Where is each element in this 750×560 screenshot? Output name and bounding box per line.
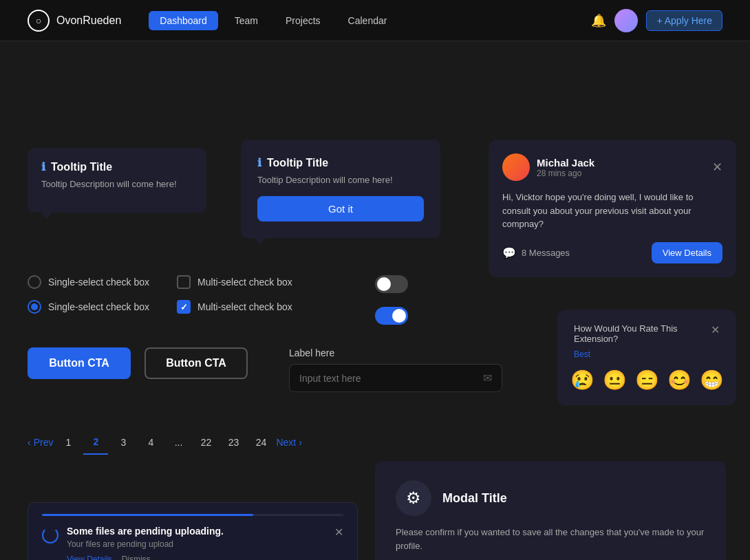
chevron-right-icon: › bbox=[299, 437, 302, 448]
rating-emojis: 😢 😐 😑 😊 😁 bbox=[574, 369, 720, 391]
input-section: Label here ✉ bbox=[289, 347, 502, 392]
modal-icon-wrap: ⚙ bbox=[396, 480, 431, 516]
gear-icon: ⚙ bbox=[406, 488, 421, 508]
info-icon-large: ℹ bbox=[257, 156, 261, 169]
message-header: Michal Jack 28 mins ago ✕ bbox=[502, 153, 722, 181]
input-wrap: ✉ bbox=[289, 364, 502, 392]
page-2[interactable]: 2 bbox=[83, 430, 108, 455]
chevron-left-icon: ‹ bbox=[28, 437, 31, 448]
next-label: Next bbox=[276, 437, 296, 448]
upload-dismiss[interactable]: Dismiss bbox=[122, 554, 151, 560]
logo-text: OvonRueden bbox=[56, 14, 121, 27]
got-it-button[interactable]: Got it bbox=[257, 196, 424, 222]
primary-button[interactable]: Button CTA bbox=[28, 347, 131, 379]
radio-inner bbox=[31, 303, 38, 310]
message-text: Hi, Vicktor hope you're doing well, I wo… bbox=[502, 191, 722, 231]
upload-progress-bar bbox=[42, 514, 343, 516]
message-close-icon[interactable]: ✕ bbox=[712, 160, 722, 175]
chat-icon: 💬 bbox=[502, 246, 516, 259]
page-1[interactable]: 1 bbox=[56, 430, 81, 455]
modal-description: Please confirm if you wanted to save all… bbox=[396, 526, 705, 552]
upload-subtitle: Your files are pending upload bbox=[67, 539, 326, 549]
check-mark-icon: ✓ bbox=[180, 302, 188, 312]
checkbox-box-checked: ✓ bbox=[177, 300, 191, 314]
message-time: 28 mins ago bbox=[537, 169, 594, 178]
emoji-3[interactable]: 😑 bbox=[635, 369, 659, 391]
tooltip-large-title: Tooltip Title bbox=[267, 157, 328, 169]
modal-header: ⚙ Modal Title bbox=[396, 480, 705, 516]
toggles-section bbox=[375, 275, 408, 325]
tooltip-small-desc: Tooltip Description will come here! bbox=[41, 179, 193, 189]
message-count: 💬 8 Messages bbox=[502, 246, 570, 259]
toggle-on-wrap bbox=[375, 307, 408, 325]
nav-calendar[interactable]: Calendar bbox=[337, 11, 398, 30]
bell-icon[interactable]: 🔔 bbox=[591, 13, 606, 28]
text-input[interactable] bbox=[299, 373, 483, 384]
message-card: Michal Jack 28 mins ago ✕ Hi, Vicktor ho… bbox=[489, 140, 736, 277]
apply-button[interactable]: + Apply Here bbox=[646, 10, 722, 31]
radio-unselected-label: Single-select check box bbox=[48, 277, 149, 288]
radio-selected[interactable]: Single-select check box bbox=[28, 300, 149, 314]
modal-title: Modal Title bbox=[442, 491, 507, 506]
checkbox-unchecked[interactable]: Multi-select check box bbox=[177, 275, 292, 289]
nav-right: 🔔 + Apply Here bbox=[591, 9, 722, 32]
nav-dashboard[interactable]: Dashboard bbox=[149, 11, 218, 30]
radio-outer-unselected bbox=[28, 275, 41, 289]
checkbox-box-unchecked bbox=[177, 275, 191, 289]
controls-section: Single-select check box Multi-select che… bbox=[28, 275, 292, 314]
info-icon-small: ℹ bbox=[41, 160, 45, 173]
logo: ○ OvonRueden bbox=[28, 10, 121, 32]
page-24[interactable]: 24 bbox=[248, 430, 273, 455]
page-23[interactable]: 23 bbox=[221, 430, 246, 455]
tooltip-large: ℹ Tooltip Title Tooltip Description will… bbox=[241, 140, 440, 238]
nav-team[interactable]: Team bbox=[224, 11, 269, 30]
page-4[interactable]: 4 bbox=[138, 430, 163, 455]
checkbox-unchecked-label: Multi-select check box bbox=[197, 277, 292, 288]
pagination: ‹ Prev 1 2 3 4 ... 22 23 24 Next › bbox=[28, 430, 302, 455]
tooltip-small-title: Tooltip Title bbox=[51, 161, 112, 173]
prev-button[interactable]: ‹ Prev bbox=[28, 437, 53, 448]
page-22[interactable]: 22 bbox=[193, 430, 218, 455]
input-label: Label here bbox=[289, 347, 502, 358]
message-avatar bbox=[502, 153, 530, 181]
radio-unselected[interactable]: Single-select check box bbox=[28, 275, 149, 289]
buttons-section: Button CTA Button CTA bbox=[28, 347, 248, 379]
upload-close-icon[interactable]: ✕ bbox=[334, 526, 343, 539]
emoji-5[interactable]: 😁 bbox=[700, 369, 724, 391]
upload-text: Some files are pending uploading. Your f… bbox=[67, 526, 326, 560]
upload-banner: Some files are pending uploading. Your f… bbox=[28, 502, 358, 560]
modal-card: ⚙ Modal Title Please confirm if you want… bbox=[375, 461, 726, 560]
tooltip-small: ℹ Tooltip Title Tooltip Description will… bbox=[28, 148, 206, 213]
tooltip-large-title-row: ℹ Tooltip Title bbox=[257, 156, 424, 169]
tooltip-small-title-row: ℹ Tooltip Title bbox=[41, 160, 193, 173]
nav-links: Dashboard Team Projects Calendar bbox=[149, 11, 591, 30]
nav-projects[interactable]: Projects bbox=[275, 11, 332, 30]
upload-view-details[interactable]: View Details bbox=[67, 554, 112, 560]
page-ellipsis: ... bbox=[166, 430, 191, 455]
checkbox-checked-label: Multi-select check box bbox=[197, 301, 292, 312]
message-count-text: 8 Messages bbox=[522, 248, 570, 258]
toggle-knob-on bbox=[392, 309, 406, 323]
avatar[interactable] bbox=[614, 9, 638, 32]
emoji-2[interactable]: 😐 bbox=[603, 369, 627, 391]
message-sender-name: Michal Jack bbox=[537, 157, 594, 169]
radio-outer-selected bbox=[28, 300, 41, 314]
radio-selected-label: Single-select check box bbox=[48, 301, 149, 312]
toggle-on[interactable] bbox=[375, 307, 408, 325]
emoji-1[interactable]: 😢 bbox=[570, 369, 594, 391]
rating-close-icon[interactable]: ✕ bbox=[711, 323, 720, 336]
toggle-off[interactable] bbox=[375, 275, 408, 293]
emoji-4[interactable]: 😊 bbox=[667, 369, 692, 391]
checkbox-checked[interactable]: ✓ Multi-select check box bbox=[177, 300, 292, 314]
tooltip-large-desc: Tooltip Description will come here! bbox=[257, 175, 424, 185]
next-button[interactable]: Next › bbox=[276, 437, 301, 448]
upload-progress-fill bbox=[42, 514, 253, 516]
prev-label: Prev bbox=[34, 437, 54, 448]
message-meta: Michal Jack 28 mins ago bbox=[537, 157, 594, 178]
outline-button[interactable]: Button CTA bbox=[144, 347, 248, 379]
navbar: ○ OvonRueden Dashboard Team Projects Cal… bbox=[0, 0, 750, 41]
rating-title: How Would You Rate This Extension? bbox=[574, 323, 720, 344]
rating-best-label: Best bbox=[574, 349, 720, 359]
page-3[interactable]: 3 bbox=[111, 430, 136, 455]
view-details-button[interactable]: View Details bbox=[652, 242, 722, 263]
